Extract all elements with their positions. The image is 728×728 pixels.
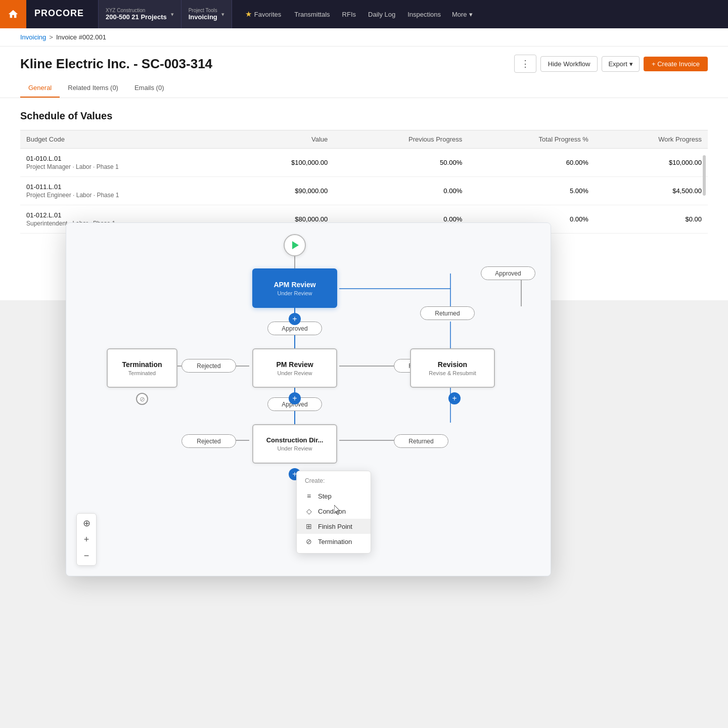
tab-related-items[interactable]: Related Items (0) [60,79,126,98]
construction-dir-label: Construction Dir... [266,436,324,444]
workflow-canvas: APM Review Under Review + Approved Appro… [66,223,551,576]
nav-link-daily-log[interactable]: Daily Log [362,8,401,21]
finish-point-label: Finish Point [318,523,352,530]
home-icon [8,9,19,20]
cell-value: $100,000.00 [235,149,334,177]
col-work-progress: Work Progress [595,130,708,149]
zoom-controls: ⊕ + − [76,513,97,566]
tools-label: Project Tools [189,8,217,13]
apm-review-sub: Under Review [277,290,312,296]
termination-menu-label: Termination [318,538,352,545]
col-prev-progress: Previous Progress [334,130,468,149]
context-menu-item-finish-point[interactable]: ⊞ Finish Point [297,519,371,534]
favorites-button[interactable]: ★ Favorites [240,7,286,22]
cursor-pointer [334,505,340,514]
pm-review-sub: Under Review [277,370,312,376]
context-menu-item-step[interactable]: ≡ Step [297,488,371,504]
rejected-pill-1[interactable]: Rejected [181,359,236,373]
nav-links: Transmittals RFIs Daily Log Inspections … [288,8,477,21]
table-row: 01-010.L.01 Project Manager · Labor · Ph… [20,149,708,177]
breadcrumb: Invoicing > Invoice #002.001 [0,28,728,47]
page-actions: ⋮ Hide Workflow Export ▾ + Create Invoic… [514,55,708,73]
cell-work-progress: $10,000.00 [595,149,708,177]
cell-total-progress: 5.00% [468,177,595,205]
revision-label: Revision [438,360,467,369]
top-navigation: PROCORE XYZ Construction 200-500 21 Proj… [0,0,728,28]
project-name: 200-500 21 Projects [106,13,167,21]
context-menu: Create: ≡ Step ◇ Condition ⊞ Finish Poin… [296,471,371,554]
returned-pill-1[interactable]: Returned [420,306,475,320]
construction-dir-node[interactable]: Construction Dir... Under Review [252,424,337,464]
col-total-progress: Total Progress % [468,130,595,149]
approved-pill-top-right[interactable]: Approved [481,266,535,280]
nav-menu-area: ★ Favorites Transmittals RFIs Daily Log … [232,7,728,22]
breadcrumb-parent[interactable]: Invoicing [20,33,46,41]
revision-plus-button[interactable]: + [448,392,461,404]
cell-work-progress: $0.00 [595,205,708,234]
favorites-label: Favorites [254,11,281,18]
export-button[interactable]: Export ▾ [602,56,640,72]
termination-ban-icon: ⊘ [136,393,148,405]
project-company: XYZ Construction [106,8,167,13]
termination-node[interactable]: Termination Terminated [107,348,177,388]
zoom-out-button[interactable]: − [79,548,94,563]
workflow-panel: APM Review Under Review + Approved Appro… [66,222,551,576]
finish-point-icon: ⊞ [305,522,313,530]
project-tools-selector[interactable]: Project Tools Invoicing ▾ [181,0,232,28]
construction-dir-sub: Under Review [277,445,312,451]
revision-sub: Revise & Resubmit [429,370,476,376]
cell-value: $90,000.00 [235,177,334,205]
zoom-in-button[interactable]: + [79,532,94,547]
hide-workflow-button[interactable]: Hide Workflow [540,56,598,72]
context-menu-header: Create: [297,475,371,488]
context-menu-item-condition[interactable]: ◇ Condition [297,504,371,519]
condition-label: Condition [318,508,346,515]
workflow-start-node[interactable] [284,234,306,256]
apm-review-node[interactable]: APM Review Under Review [252,268,337,308]
scroll-indicator[interactable] [703,155,706,196]
context-menu-item-termination[interactable]: ⊘ Termination [297,534,371,549]
step-icon: ≡ [305,492,313,500]
pm-plus-button[interactable]: + [289,392,301,404]
budget-code-label: 01-012.L.01 [26,211,229,219]
step-label: Step [318,492,332,500]
create-invoice-button[interactable]: + Create Invoice [644,57,708,71]
nav-link-inspections[interactable]: Inspections [401,8,447,21]
page-title: Kline Electric Inc. - SC-003-314 [20,56,212,72]
cell-total-progress: 60.00% [468,149,595,177]
procore-logo: PROCORE [26,8,98,21]
nav-link-transmittals[interactable]: Transmittals [288,8,336,21]
more-dropdown-arrow: ▾ [469,11,473,18]
budget-code-desc: Project Manager · Labor · Phase 1 [26,163,229,170]
cell-budget-code: 01-011.L.01 Project Engineer · Labor · P… [20,177,235,205]
tab-emails[interactable]: Emails (0) [126,79,172,98]
project-dropdown-arrow: ▾ [171,11,174,18]
nav-more-button[interactable]: More ▾ [447,8,478,21]
more-dots-button[interactable]: ⋮ [514,55,536,73]
budget-code-label: 01-011.L.01 [26,183,229,191]
returned-pill-3[interactable]: Returned [394,434,448,448]
table-row: 01-011.L.01 Project Engineer · Labor · P… [20,177,708,205]
project-selector[interactable]: XYZ Construction 200-500 21 Projects ▾ [98,0,181,28]
page-header: Kline Electric Inc. - SC-003-314 ⋮ Hide … [0,47,728,98]
col-budget-code: Budget Code [20,130,235,149]
page-tabs: General Related Items (0) Emails (0) [20,79,708,98]
rejected-pill-2[interactable]: Rejected [181,434,236,448]
revision-node[interactable]: Revision Revise & Resubmit [410,348,495,388]
breadcrumb-current: Invoice #002.001 [56,33,106,41]
compass-button[interactable]: ⊕ [79,516,94,531]
svg-text:PROCORE: PROCORE [34,8,84,18]
sov-title: Schedule of Values [20,110,708,122]
nav-link-rfis[interactable]: RFIs [336,8,362,21]
apm-review-label: APM Review [274,281,315,289]
star-icon: ★ [245,10,252,19]
home-button[interactable] [0,0,26,28]
pm-review-label: PM Review [276,360,313,369]
pm-review-node[interactable]: PM Review Under Review [252,348,337,388]
termination-icon: ⊘ [305,537,313,545]
apm-plus-button[interactable]: + [289,313,301,325]
tab-general[interactable]: General [20,79,60,98]
termination-label: Termination [122,360,162,369]
sov-table-container: Budget Code Value Previous Progress Tota… [20,130,708,234]
condition-icon: ◇ [305,507,313,515]
